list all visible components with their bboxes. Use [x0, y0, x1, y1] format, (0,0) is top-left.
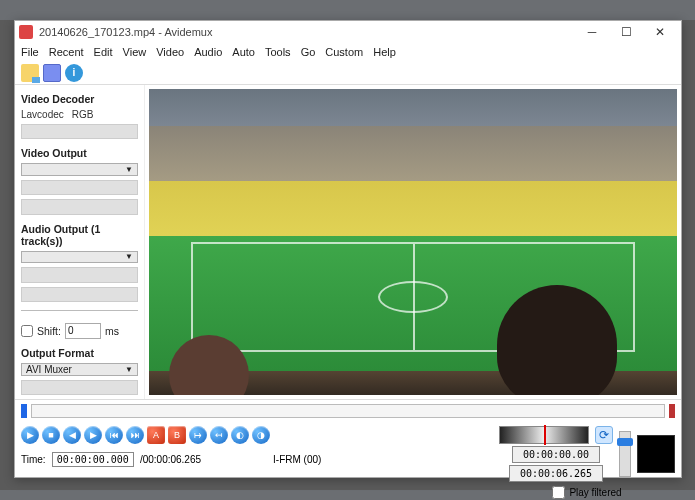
menu-view[interactable]: View — [123, 46, 147, 58]
decoder-configure-button[interactable] — [21, 124, 138, 139]
marker-b-icon[interactable] — [669, 404, 675, 418]
shift-value-input[interactable]: 0 — [65, 323, 101, 339]
menu-video[interactable]: Video — [156, 46, 184, 58]
sidebar: Video Decoder Lavcodec RGB Video Output … — [15, 85, 145, 399]
selection-start-display: 00:00:00.00 — [512, 446, 600, 463]
toolbar: i — [15, 61, 681, 85]
decoder-codec-value: Lavcodec — [21, 109, 64, 120]
audio-output-label: Audio Output (1 track(s)) — [21, 223, 138, 247]
marker-a-icon[interactable] — [21, 404, 27, 418]
time-label: Time: — [21, 454, 46, 465]
divider — [21, 310, 138, 311]
play-filtered-checkbox[interactable] — [552, 486, 565, 499]
output-format-label: Output Format — [21, 347, 138, 359]
seek-bar[interactable] — [31, 404, 665, 418]
app-icon — [19, 25, 33, 39]
secondary-preview — [637, 435, 675, 473]
minimize-button[interactable]: ─ — [575, 21, 609, 43]
video-output-dropdown[interactable]: ▼ — [21, 163, 138, 176]
menu-file[interactable]: File — [21, 46, 39, 58]
center-circle — [378, 281, 448, 313]
playback-controls: ▶ ■ ◀ ▶ ⏮ ⏭ A B ↦ ↤ ◐ ◑ — [21, 426, 321, 444]
window-title: 20140626_170123.mp4 - Avidemux — [39, 26, 575, 38]
time-current-input[interactable]: 00:00:00.000 — [52, 452, 134, 467]
goto-marker-b-button[interactable]: ↤ — [210, 426, 228, 444]
app-window: 20140626_170123.mp4 - Avidemux ─ ☐ ✕ Fil… — [14, 20, 682, 478]
video-output-label: Video Output — [21, 147, 138, 159]
spectator — [497, 285, 617, 395]
frame-type-label: I-FRM (00) — [273, 454, 321, 465]
video-output-configure-button[interactable] — [21, 180, 138, 195]
menu-auto[interactable]: Auto — [232, 46, 255, 58]
menu-go[interactable]: Go — [301, 46, 316, 58]
menu-audio[interactable]: Audio — [194, 46, 222, 58]
audio-output-filters-button[interactable] — [21, 287, 138, 302]
open-file-icon[interactable] — [21, 64, 39, 82]
video-output-filters-button[interactable] — [21, 199, 138, 214]
shift-checkbox[interactable] — [21, 325, 33, 337]
audio-output-dropdown[interactable]: ▼ — [21, 251, 138, 264]
decoder-colorspace-value: RGB — [72, 109, 94, 120]
set-marker-a-button[interactable]: A — [147, 426, 165, 444]
shift-label: Shift: — [37, 325, 61, 337]
video-decoder-label: Video Decoder — [21, 93, 138, 105]
next-black-button[interactable]: ◑ — [252, 426, 270, 444]
close-button[interactable]: ✕ — [643, 21, 677, 43]
audio-output-configure-button[interactable] — [21, 267, 138, 282]
shift-unit-label: ms — [105, 325, 119, 337]
menu-help[interactable]: Help — [373, 46, 396, 58]
prev-frame-button[interactable]: ◀ — [63, 426, 81, 444]
output-format-value: AVI Muxer — [26, 364, 72, 375]
menu-recent[interactable]: Recent — [49, 46, 84, 58]
maximize-button[interactable]: ☐ — [609, 21, 643, 43]
jog-wheel[interactable] — [499, 426, 589, 444]
time-duration-label: /00:00:06.265 — [140, 454, 201, 465]
play-button[interactable]: ▶ — [21, 426, 39, 444]
play-filtered-label: Play filtered — [569, 487, 621, 498]
prev-black-button[interactable]: ◐ — [231, 426, 249, 444]
titlebar: 20140626_170123.mp4 - Avidemux ─ ☐ ✕ — [15, 21, 681, 43]
prev-keyframe-button[interactable]: ⏮ — [105, 426, 123, 444]
save-file-icon[interactable] — [43, 64, 61, 82]
video-area — [145, 85, 681, 399]
goto-marker-a-button[interactable]: ↦ — [189, 426, 207, 444]
video-preview[interactable] — [149, 89, 677, 395]
menu-tools[interactable]: Tools — [265, 46, 291, 58]
set-marker-b-button[interactable]: B — [168, 426, 186, 444]
output-format-dropdown[interactable]: AVI Muxer ▼ — [21, 363, 138, 376]
menu-edit[interactable]: Edit — [94, 46, 113, 58]
info-icon[interactable]: i — [65, 64, 83, 82]
next-keyframe-button[interactable]: ⏭ — [126, 426, 144, 444]
selection-end-display: 00:00:06.265 — [509, 465, 603, 482]
menubar: File Recent Edit View Video Audio Auto T… — [15, 43, 681, 61]
menu-custom[interactable]: Custom — [325, 46, 363, 58]
bottom-panel: ▶ ■ ◀ ▶ ⏮ ⏭ A B ↦ ↤ ◐ ◑ Time: 00:00:00.0… — [15, 399, 681, 477]
output-format-configure-button[interactable] — [21, 380, 138, 395]
refresh-preview-button[interactable]: ⟳ — [595, 426, 613, 444]
stop-button[interactable]: ■ — [42, 426, 60, 444]
next-frame-button[interactable]: ▶ — [84, 426, 102, 444]
volume-slider[interactable] — [619, 431, 631, 477]
